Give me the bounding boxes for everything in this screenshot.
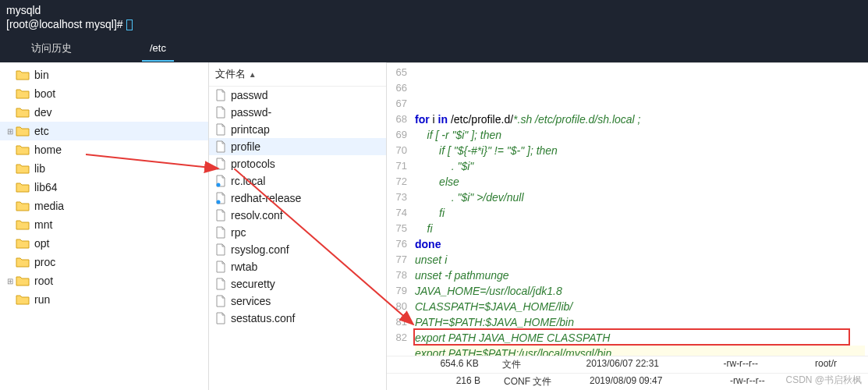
tree-item-etc[interactable]: ⊞etc [0, 122, 208, 140]
tree-item-label: run [34, 293, 50, 306]
tree-item-label: etc [34, 125, 49, 137]
svg-point-1 [217, 200, 221, 204]
file-item-rsyslog.conf[interactable]: rsyslog.conf [209, 241, 386, 258]
file-item-label: rpc [231, 226, 246, 239]
file-item-protocols[interactable]: protocols [209, 155, 386, 172]
code-line[interactable]: else [415, 174, 865, 190]
code-content[interactable]: for i in /etc/profile.d/*.sh /etc/profil… [412, 63, 868, 373]
file-list[interactable]: 文件名 ▲ passwdpasswd-printcapprofileprotoc… [209, 62, 387, 390]
tree-item-label: boot [34, 87, 55, 100]
tree-item-label: root [34, 275, 53, 287]
code-line[interactable]: export PATH JAVA_HOME CLASSPATH [415, 330, 865, 346]
file-item-label: passwd [231, 89, 267, 101]
terminal-line1: mysqld [6, 4, 41, 16]
tab-path[interactable]: /etc [142, 36, 174, 62]
tree-item-label: bin [34, 69, 49, 81]
file-item-rpc[interactable]: rpc [209, 224, 386, 241]
file-item-redhat-release[interactable]: redhat-release [209, 190, 386, 207]
file-item-securetty[interactable]: securetty [209, 275, 386, 292]
tree-item-label: media [34, 200, 64, 212]
code-line[interactable]: unset -f pathmunge [415, 268, 865, 283]
folder-icon [16, 107, 30, 118]
tree-item-label: proc [34, 256, 55, 268]
file-item-resolv.conf[interactable]: resolv.conf [209, 207, 386, 224]
code-line[interactable]: CLASSPATH=$JAVA_HOME/lib/ [415, 299, 865, 314]
tree-item-root[interactable]: ⊞root [0, 271, 208, 290]
terminal-block: mysqld [root@localhost mysql]# [0, 0, 868, 34]
file-item-label: rwtab [231, 261, 257, 273]
svg-point-0 [217, 183, 221, 187]
expander-icon[interactable]: ⊞ [5, 277, 16, 285]
tree-item-media[interactable]: media [0, 197, 208, 215]
file-item-passwd-[interactable]: passwd- [209, 104, 386, 121]
file-item-label: profile [231, 140, 260, 153]
code-line[interactable]: . "$i" >/dev/null [415, 190, 865, 205]
file-icon [215, 106, 226, 119]
code-line[interactable]: unset i [415, 252, 865, 268]
file-icon [215, 175, 226, 187]
file-item-label: redhat-release [231, 192, 301, 204]
folder-icon [16, 182, 30, 193]
folder-icon [16, 163, 30, 174]
file-item-label: rc.local [231, 175, 265, 187]
tree-item-boot[interactable]: boot [0, 84, 208, 103]
file-icon [215, 209, 226, 222]
code-line[interactable]: if [ "${-#*i}" != "$-" ]; then [415, 143, 865, 158]
file-icon [215, 295, 226, 307]
tree-item-mnt[interactable]: mnt [0, 215, 208, 234]
file-item-label: resolv.conf [231, 209, 283, 222]
file-item-sestatus.conf[interactable]: sestatus.conf [209, 310, 386, 327]
file-item-label: sestatus.conf [231, 312, 296, 324]
folder-icon [16, 144, 30, 155]
code-line[interactable]: fi [415, 205, 865, 221]
file-icon [215, 123, 226, 136]
expander-icon[interactable]: ⊞ [5, 127, 16, 136]
code-line[interactable]: fi [415, 221, 865, 236]
file-item-passwd[interactable]: passwd [209, 87, 386, 104]
file-item-services[interactable]: services [209, 292, 386, 310]
file-item-printcap[interactable]: printcap [209, 121, 386, 138]
file-item-label: protocols [231, 158, 275, 170]
filelist-header-label: 文件名 [215, 68, 246, 80]
tab-history[interactable]: 访问历史 [23, 35, 80, 62]
file-item-label: rsyslog.conf [231, 243, 289, 256]
file-item-label: printcap [231, 123, 270, 136]
code-line[interactable]: done [415, 236, 865, 252]
code-line[interactable]: JAVA_HOME=/usr/local/jdk1.8 [415, 283, 865, 299]
file-icon [215, 243, 226, 256]
code-line[interactable]: . "$i" [415, 158, 865, 174]
terminal-cursor[interactable] [126, 20, 133, 30]
tree-item-label: opt [34, 237, 49, 250]
tree-item-home[interactable]: home [0, 140, 208, 159]
line-gutter: 656667686970717273747576777879808182 [387, 63, 412, 373]
file-item-profile[interactable]: profile [209, 138, 386, 155]
tree-item-lib[interactable]: lib [0, 159, 208, 178]
folder-icon [16, 275, 30, 286]
tree-item-label: mnt [34, 218, 52, 231]
file-icon [215, 192, 226, 204]
tree-item-lib64[interactable]: lib64 [0, 178, 208, 197]
file-item-rc.local[interactable]: rc.local [209, 172, 386, 190]
tree-item-label: dev [34, 106, 52, 119]
terminal-prompt: [root@localhost mysql]# [6, 18, 126, 30]
folder-tree[interactable]: binbootdev⊞etchomeliblib64mediamntoptpro… [0, 62, 209, 390]
file-icon [215, 312, 226, 324]
tree-item-label: lib64 [34, 181, 58, 193]
tree-item-opt[interactable]: opt [0, 234, 208, 253]
tree-item-bin[interactable]: bin [0, 66, 208, 84]
tabs-bar: 访问历史 /etc [0, 34, 868, 62]
code-editor[interactable]: 656667686970717273747576777879808182 for… [387, 62, 868, 390]
file-item-label: services [231, 295, 271, 307]
code-line[interactable]: for i in /etc/profile.d/*.sh /etc/profil… [415, 112, 865, 127]
file-icon [215, 261, 226, 273]
tree-item-proc[interactable]: proc [0, 253, 208, 271]
code-line[interactable]: PATH=$PATH:$JAVA_HOME/bin [415, 314, 865, 330]
code-line[interactable]: if [ -r "$i" ]; then [415, 127, 865, 143]
tree-item-run[interactable]: run [0, 290, 208, 309]
tree-item-label: home [34, 144, 62, 156]
file-icon [215, 158, 226, 170]
filelist-header[interactable]: 文件名 ▲ [209, 62, 386, 87]
tree-item-dev[interactable]: dev [0, 103, 208, 122]
folder-icon [16, 88, 30, 99]
file-item-rwtab[interactable]: rwtab [209, 258, 386, 275]
